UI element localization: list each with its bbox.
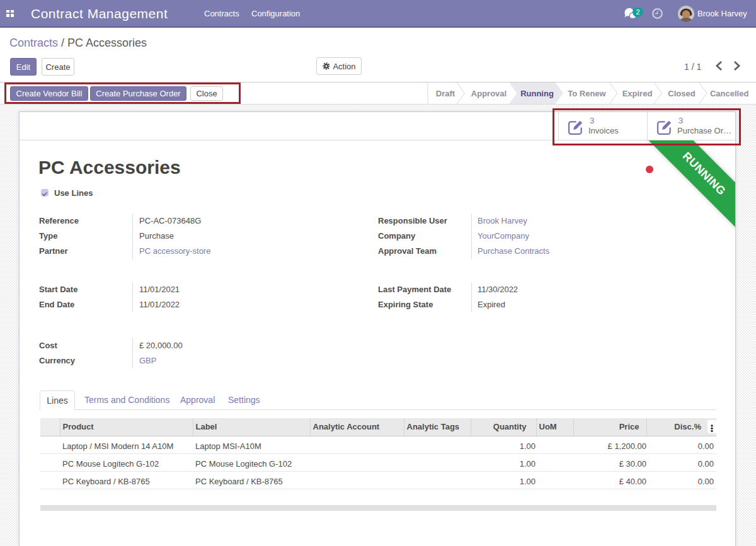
svg-text:Draft: Draft [436, 89, 455, 98]
svg-text:Expired: Expired [622, 89, 653, 98]
svg-text:Cancelled: Cancelled [710, 89, 748, 98]
svg-text:Approval: Approval [471, 89, 507, 98]
svg-text:Closed: Closed [668, 89, 695, 98]
svg-text:To Renew: To Renew [568, 89, 606, 98]
svg-text:Running: Running [520, 89, 554, 98]
